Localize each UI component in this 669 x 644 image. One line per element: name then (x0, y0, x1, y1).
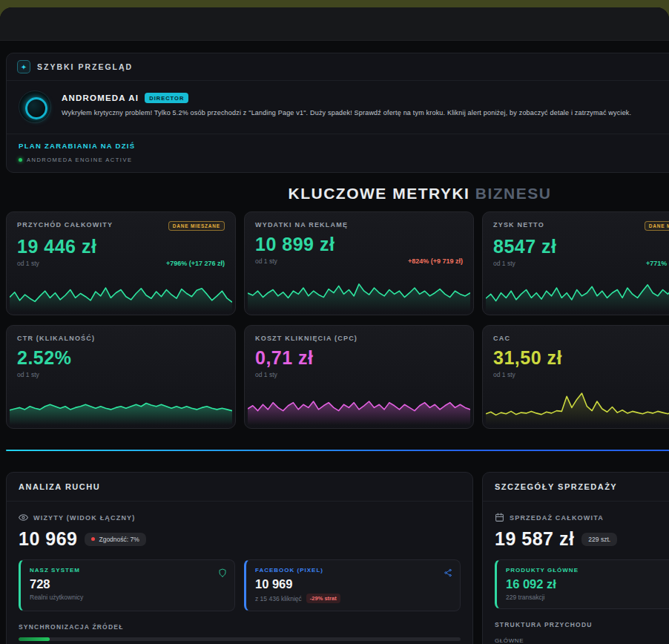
source-sub: z 15 436 kliknięć-29% strat (255, 594, 451, 603)
andromeda-avatar (19, 91, 51, 123)
traffic-sources: NASZ SYSTEM728Realni użytkownicyFACEBOOK… (19, 559, 461, 611)
app-header (0, 7, 669, 41)
metric-card: ZYSK NETTODANE MIESZANE8547 złod 1 sty+7… (482, 211, 669, 315)
metric-period: od 1 sty (255, 371, 277, 378)
revenue-structure-label: STRUKTURA PRZYCHODU (495, 621, 669, 628)
metric-card: KOSZT KLIKNIĘCIA (CPC)0,71 złod 1 sty (244, 325, 474, 429)
sync-sources-label: SYNCHRONIZACJA ŹRÓDEŁ (19, 623, 461, 631)
sales-total-label: SPRZEDAŻ CAŁKOWITA (510, 514, 604, 522)
data-source-badge: DANE MIESZANE (168, 221, 225, 231)
app-window: ✦ SZYBKI PRZEGLĄD ANDROMEDA AI DIRECTOR … (0, 7, 669, 644)
metric-change: +824% (+9 719 zł) (408, 257, 463, 265)
product-sub: 229 transakcji (506, 594, 669, 601)
metrics-section-title: KLUCZOWE METRYKI BIZNESU (6, 185, 669, 203)
internal-sync-bar (19, 637, 461, 641)
product-label: PRODUKTY GŁÓWNE (506, 567, 669, 574)
traffic-panel: ANALIZA RUCHU WIZYTY (WIDOK ŁĄCZNY) 10 9… (6, 472, 473, 644)
data-source-badge: DANE MIESZANE (645, 221, 669, 231)
metric-period: od 1 sty (493, 260, 515, 267)
metric-value: 2.52% (17, 347, 225, 369)
consistency-badge: Zgodność: 7% (85, 533, 145, 546)
structure-item-label: GŁÓWNE (495, 637, 669, 644)
metric-label: CTR (KLIKALNOŚĆ) (17, 335, 95, 342)
metric-label: CAC (493, 335, 510, 342)
sparkline-chart (248, 270, 470, 312)
bottom-panels: ANALIZA RUCHU WIZYTY (WIDOK ŁĄCZNY) 10 9… (6, 472, 669, 644)
metric-change: +771% (+7 566 zł) (646, 260, 669, 267)
source-label: NASZ SYSTEM (30, 567, 225, 574)
visits-value: 10 969 (19, 528, 77, 550)
sparkline-chart (486, 384, 669, 425)
agent-name: ANDROMEDA AI (62, 93, 139, 102)
daily-plan-section[interactable]: PLAN ZARABIANIA NA DZIŚ ANDROMEDA ENGINE… (7, 134, 669, 172)
sparkline-chart (10, 270, 232, 312)
sales-total-value: 19 587 zł (495, 528, 574, 550)
metric-value: 10 899 zł (255, 234, 463, 255)
metric-label: KOSZT KLIKNIĘCIA (CPC) (255, 335, 357, 342)
agent-message: Wykryłem krytyczny problem! Tylko 5.2% o… (62, 109, 631, 116)
main-products-card: PRODUKTY GŁÓWNE 16 092 zł 229 transakcji (495, 559, 669, 609)
product-value: 16 092 zł (506, 577, 669, 591)
sparkline-chart (486, 270, 669, 312)
metric-card: CAC31,50 złod 1 sty (482, 325, 669, 429)
metrics-grid: PRZYCHÓD CAŁKOWITYDANE MIESZANE19 446 zł… (6, 211, 669, 429)
metric-period: od 1 sty (17, 260, 39, 267)
metric-value: 0,71 zł (255, 347, 463, 369)
agent-alert: ANDROMEDA AI DIRECTOR Wykryłem krytyczny… (7, 81, 669, 134)
metric-period: od 1 sty (255, 257, 277, 265)
metric-card: WYDATKI NA REKLAMĘ10 899 złod 1 sty+824%… (244, 211, 474, 315)
eye-icon (19, 513, 28, 522)
quick-overview-title: SZYBKI PRZEGLĄD (37, 62, 133, 71)
metric-period: od 1 sty (493, 371, 515, 378)
quick-overview-panel: ✦ SZYBKI PRZEGLĄD ANDROMEDA AI DIRECTOR … (6, 53, 669, 173)
engine-status-dot (19, 158, 22, 162)
metric-value: 31,50 zł (493, 347, 669, 369)
metric-value: 19 446 zł (17, 236, 225, 257)
source-card: NASZ SYSTEM728Realni użytkownicy (19, 559, 235, 611)
page-content: ✦ SZYBKI PRZEGLĄD ANDROMEDA AI DIRECTOR … (6, 53, 669, 644)
share-icon (444, 567, 452, 580)
sparkline-chart (248, 384, 470, 425)
calendar-icon (495, 513, 504, 522)
sales-panel-title: SZCZEGÓŁY SPRZEDAŻY (483, 473, 669, 502)
metric-label: ZYSK NETTO (493, 221, 544, 229)
metric-change: +796% (+17 276 zł) (166, 260, 225, 267)
metric-value: 8547 zł (493, 236, 669, 257)
section-divider (6, 450, 669, 451)
sparkle-icon: ✦ (17, 60, 30, 73)
source-value: 10 969 (255, 577, 451, 591)
daily-plan-label: PLAN ZARABIANIA NA DZIŚ (19, 142, 669, 150)
internal-sync-bar-fill (19, 637, 50, 641)
traffic-panel-title: ANALIZA RUCHU (7, 473, 472, 502)
metric-label: PRZYCHÓD CAŁKOWITY (17, 221, 113, 229)
quick-overview-header: ✦ SZYBKI PRZEGLĄD (7, 53, 669, 81)
shield-icon (218, 567, 227, 580)
sparkline-chart (10, 384, 232, 425)
metric-period: od 1 sty (17, 371, 39, 378)
source-card: FACEBOOK (PIXEL)10 969z 15 436 kliknięć-… (244, 559, 461, 611)
source-label: FACEBOOK (PIXEL) (255, 567, 451, 574)
top-banner (0, 0, 669, 7)
metric-card: CTR (KLIKALNOŚĆ)2.52%od 1 sty (6, 325, 236, 429)
metric-label: WYDATKI NA REKLAMĘ (255, 221, 348, 229)
source-value: 728 (30, 577, 225, 591)
source-sub: Realni użytkownicy (30, 594, 225, 601)
visits-label: WIZYTY (WIDOK ŁĄCZNY) (33, 514, 136, 522)
sales-panel: SZCZEGÓŁY SPRZEDAŻY SPRZEDAŻ CAŁKOWITA 1… (482, 472, 669, 644)
units-badge: 229 szt. (581, 533, 617, 546)
loss-badge: -29% strat (306, 594, 340, 603)
alert-dot (91, 537, 95, 541)
engine-status-text: ANDROMEDA ENGINE ACTIVE (27, 157, 132, 163)
director-badge: DIRECTOR (145, 93, 188, 103)
metric-card: PRZYCHÓD CAŁKOWITYDANE MIESZANE19 446 zł… (6, 211, 236, 315)
